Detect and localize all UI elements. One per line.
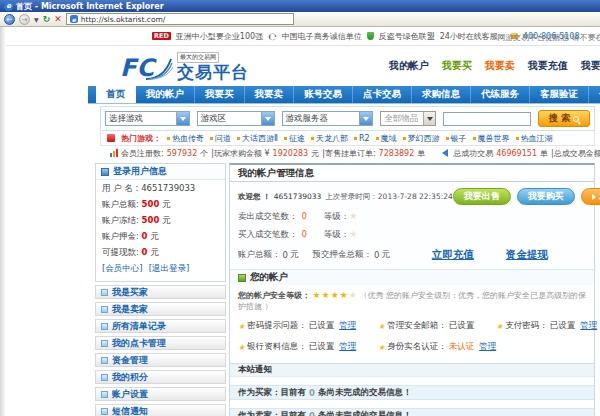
manage-link[interactable]: 管理	[580, 320, 597, 332]
forward-icon[interactable]: →	[19, 14, 30, 25]
action-buttons: 我要出售 我要购买 发布求购	[453, 188, 600, 205]
tab-payment[interactable]: 付款方式	[589, 86, 600, 103]
tab-account-trade[interactable]: 账号交易	[294, 86, 353, 103]
hot-game-link[interactable]: 热血江湖	[516, 133, 553, 144]
svg-text:FC: FC	[120, 54, 157, 81]
hot-games-label: 热门游戏：	[121, 133, 161, 144]
chevron-down-icon	[176, 112, 189, 125]
back-icon[interactable]: ←	[4, 14, 15, 25]
hot-game-link[interactable]: 魔域	[376, 133, 397, 144]
search-input[interactable]	[443, 112, 531, 126]
link-recharge[interactable]: 我要充值	[528, 59, 568, 73]
item-type-select[interactable]: 全部物品	[380, 111, 436, 126]
withdraw-link[interactable]: 资金提现	[506, 248, 548, 262]
post-ask-button[interactable]: 发布求购	[581, 188, 600, 205]
service-label: 24小时在线客服：	[440, 31, 506, 42]
hot-game-link[interactable]: 银子	[446, 133, 467, 144]
link-buy[interactable]: 我要买	[442, 59, 472, 73]
hot-game-link[interactable]: 热血传奇	[167, 133, 204, 144]
manage-link[interactable]: 管理	[339, 341, 356, 353]
site-logo[interactable]: FC 最大的交易网 交易平台	[120, 52, 249, 81]
game-select[interactable]: 选择游戏	[105, 111, 190, 126]
search-button[interactable]: 搜 索	[538, 110, 590, 127]
welcome-username: 4651739033	[274, 192, 322, 201]
sidebar: 登录用户信息 用 户 名 : 4651739033 账户总额: 500 元 账户…	[95, 163, 226, 416]
site-notice-header: 本站通知	[230, 363, 594, 377]
hot-game-link[interactable]: 魔兽世界	[473, 133, 510, 144]
logout-link[interactable]: [退出登录]	[149, 263, 190, 275]
bought-count-row: 买入成交笔数：0 等级：★	[238, 229, 586, 241]
hot-game-link[interactable]: R2	[354, 134, 370, 143]
address-bar[interactable]: e http://sls.oktarist.com/	[66, 13, 294, 25]
sidebar-item-settings[interactable]: 账户设置	[95, 387, 226, 401]
badge-antitheft-label: 反盗号绿色联盟	[379, 31, 435, 42]
level-star-icon: ★	[349, 229, 357, 239]
login-user-box: 登录用户信息 用 户 名 : 4651739033 账户总额: 500 元 账户…	[95, 163, 226, 282]
page-container: FC 最大的交易网 交易平台 我的帐户 我要买 我要卖 我要充值 我要提现 客服…	[88, 46, 600, 416]
security-level-line: 您的帐户安全等级： ★★★★★ （优秀 您的账户安全级别：优秀，您的账户安全已是…	[230, 285, 594, 314]
hot-game-link[interactable]: 征途	[284, 133, 305, 144]
link-withdraw[interactable]: 我要提现	[581, 59, 600, 73]
sidebar-item-seller[interactable]: 我是卖家	[95, 302, 226, 316]
stop-icon[interactable]: ✕	[54, 15, 62, 24]
history-dropdown-icon[interactable]: ▼	[34, 16, 39, 23]
recharge-link[interactable]: 立即充值	[432, 248, 474, 262]
member-center-link[interactable]: [会员中心]	[102, 263, 143, 275]
sidebar-item-points[interactable]: 我的积分	[95, 370, 226, 384]
sidebar-item-cards[interactable]: 我的点卡管理	[95, 336, 226, 350]
menu-icon	[101, 391, 108, 398]
link-my-account[interactable]: 我的帐户	[389, 59, 429, 73]
tab-powerleveling[interactable]: 代练服务	[471, 86, 530, 103]
menu-icon	[101, 340, 108, 347]
star-icon: ★	[378, 343, 385, 352]
hot-game-link[interactable]: 大话西游Ⅱ	[237, 133, 278, 144]
badge-ecommerce-label: 中国电子商务诚信单位	[282, 31, 362, 42]
tab-card-trade[interactable]: 点卡交易	[353, 86, 412, 103]
tab-ask-info[interactable]: 求购信息	[412, 86, 471, 103]
content-area: 登录用户信息 用 户 名 : 4651739033 账户总额: 500 元 账户…	[88, 160, 600, 416]
page-left-edge	[0, 27, 6, 416]
tab-service-verify[interactable]: 客服验证	[530, 86, 589, 103]
link-sell[interactable]: 我要卖	[485, 59, 515, 73]
user-box-links: [会员中心] [退出登录]	[96, 260, 225, 281]
sidebar-item-buyer[interactable]: 我是买家	[95, 285, 226, 299]
buy-button[interactable]: 我要购买	[517, 188, 575, 205]
tab-home[interactable]: 首页	[96, 86, 136, 103]
hot-game-link[interactable]: 天龙八部	[311, 133, 348, 144]
chevron-down-icon	[261, 112, 274, 125]
username-row: 用 户 名 : 4651739033	[96, 180, 225, 196]
frozen-row: 账户冻结: 500 元	[96, 212, 225, 228]
sell-button[interactable]: 我要出售	[453, 188, 511, 205]
main-nav: 首页 我的帐户 我要买 我要卖 账号交易 点卡交易 求购信息 代练服务 客服验证…	[88, 86, 600, 104]
seller-notice-row: 作为卖家：目前有0条尚未完成的交易信息！	[230, 408, 594, 416]
sidebar-item-orders[interactable]: 所有清单记录	[95, 319, 226, 333]
menu-icon	[101, 323, 108, 330]
hot-games-bar: 热门游戏： 热血传奇 问道 大话西游Ⅱ 征途 天龙八部 R2 魔域 梦幻西游 银…	[100, 131, 595, 146]
hot-game-link[interactable]: 梦幻西游	[403, 133, 440, 144]
refresh-icon[interactable]: ↻	[43, 15, 51, 24]
window-titlebar: e 首页 - Microsoft Internet Explorer	[0, 0, 600, 12]
tab-buy[interactable]: 我要买	[195, 86, 245, 103]
account-section-icon	[238, 274, 246, 282]
security-item-password-hint: ★ 密码提示问题：已设置 管理	[238, 320, 378, 332]
sidebar-item-funds[interactable]: 资金管理	[95, 353, 226, 367]
sidebar-item-sms[interactable]: 短信通知	[95, 404, 226, 416]
logo-slogan: 最大的交易网	[177, 52, 219, 63]
your-account-header: 您的帐户	[230, 269, 594, 285]
top-banner: RED 亚洲中小型要企业100强 ℮ 中国电子商务诚信单位 反盗号绿色联盟 24…	[0, 27, 600, 46]
menu-icon	[101, 357, 108, 364]
chevron-down-icon	[359, 112, 372, 125]
zone-select[interactable]: 游戏区	[197, 111, 275, 126]
tab-sell[interactable]: 我要卖	[245, 86, 295, 103]
search-icon	[573, 116, 579, 122]
server-select[interactable]: 游戏服务器	[282, 111, 374, 126]
manage-link[interactable]: 管理	[479, 341, 496, 353]
hot-game-link[interactable]: 问道	[210, 133, 231, 144]
menu-icon	[101, 374, 108, 381]
browser-toolbar: ← → ▼ ↻ ✕ e http://sls.oktarist.com/	[0, 12, 600, 27]
site-header: FC 最大的交易网 交易平台 我的帐户 我要买 我要卖 我要充值 我要提现 客服…	[88, 46, 600, 86]
manage-link[interactable]: 管理	[339, 320, 356, 332]
tab-my-account[interactable]: 我的帐户	[136, 86, 195, 103]
deposit-row: 账户押金: 0 元	[96, 228, 225, 244]
platform-notice: 网游交易平台提醒您 请不要在游戏	[497, 32, 600, 43]
